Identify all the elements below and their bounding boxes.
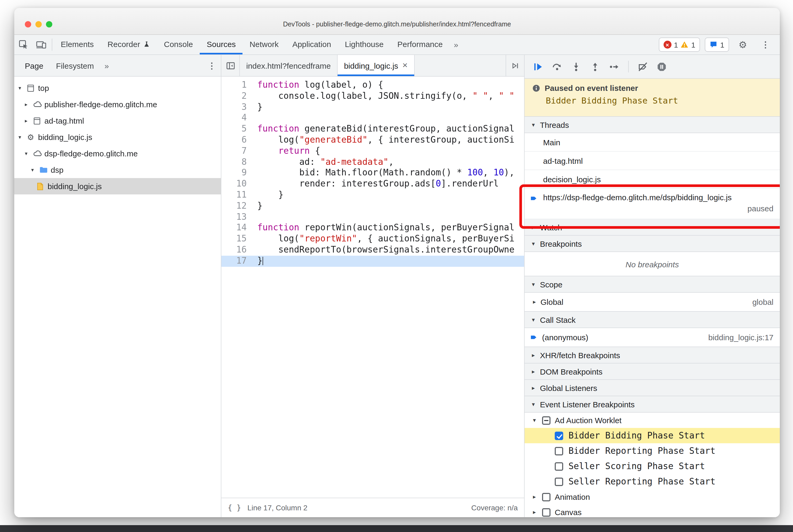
deactivate-breakpoints-icon[interactable] bbox=[638, 61, 648, 72]
code-line[interactable]: 16 sendReportTo(browserSignals.interestG… bbox=[221, 245, 524, 256]
tab-application[interactable]: Application bbox=[286, 35, 338, 54]
elb-seller-scoring-phase-start[interactable]: Seller Scoring Phase Start bbox=[525, 459, 780, 474]
device-toolbar-icon[interactable] bbox=[32, 35, 50, 54]
tab-lighthouse[interactable]: Lighthouse bbox=[338, 35, 391, 54]
tree-item-dsp-origin[interactable]: dsp-fledge-demo.glitch.me bbox=[14, 145, 221, 162]
line-number[interactable]: 13 bbox=[221, 212, 252, 223]
code-line[interactable]: 2 console.log(label, JSON.stringify(o, "… bbox=[221, 91, 524, 102]
code-line[interactable]: 3} bbox=[221, 102, 524, 113]
expander-icon[interactable] bbox=[23, 118, 30, 124]
code-line[interactable]: 11 } bbox=[221, 190, 524, 201]
tree-item-top[interactable]: top bbox=[14, 80, 221, 96]
line-number[interactable]: 7 bbox=[221, 146, 252, 157]
close-tab-icon[interactable] bbox=[402, 60, 408, 71]
expander-icon[interactable] bbox=[531, 493, 538, 500]
code-line[interactable]: 7 return { bbox=[221, 146, 524, 157]
minimize-window-button[interactable] bbox=[35, 21, 42, 27]
code-line[interactable]: 6 log("generateBid", { interestGroup, au… bbox=[221, 135, 524, 146]
elb-bidder-reporting-phase-start[interactable]: Bidder Reporting Phase Start bbox=[525, 443, 780, 459]
elb-bidder-bidding-phase-start[interactable]: Bidder Bidding Phase Start bbox=[525, 428, 780, 443]
tree-item-publisher-origin[interactable]: publisher-fledge-demo.glitch.me bbox=[14, 96, 221, 113]
editor-tab-bidding-logic[interactable]: bidding_logic.js bbox=[338, 55, 414, 76]
line-number[interactable]: 17 bbox=[221, 256, 252, 267]
thread-main[interactable]: Main bbox=[525, 133, 780, 152]
section-event-listener-breakpoints[interactable]: Event Listener Breakpoints bbox=[525, 396, 780, 413]
line-number[interactable]: 5 bbox=[221, 124, 252, 135]
line-number[interactable]: 8 bbox=[221, 157, 252, 168]
section-call-stack[interactable]: Call Stack bbox=[525, 311, 780, 328]
step-icon[interactable] bbox=[609, 61, 619, 72]
tab-recorder[interactable]: Recorder bbox=[101, 35, 157, 54]
editor-tab-index-html[interactable]: index.html?fencedframe bbox=[240, 55, 338, 76]
pause-on-exceptions-icon[interactable] bbox=[657, 61, 667, 72]
navigator-kebab-icon[interactable] bbox=[203, 60, 221, 71]
line-number[interactable]: 3 bbox=[221, 102, 252, 113]
line-number[interactable]: 12 bbox=[221, 201, 252, 212]
more-panels-icon[interactable]: » bbox=[450, 35, 462, 54]
step-out-icon[interactable] bbox=[590, 61, 600, 72]
code-line[interactable]: 8 ad: "ad-metadata", bbox=[221, 157, 524, 168]
expander-icon[interactable] bbox=[23, 101, 30, 107]
call-stack-frame[interactable]: (anonymous) bidding_logic.js:17 bbox=[525, 328, 780, 347]
zoom-window-button[interactable] bbox=[46, 21, 52, 27]
checkbox-checked[interactable] bbox=[555, 431, 563, 440]
resume-script-icon[interactable] bbox=[533, 61, 543, 72]
code-line[interactable]: 4 bbox=[221, 113, 524, 124]
section-dom-breakpoints[interactable]: DOM Breakpoints bbox=[525, 363, 780, 380]
inspect-icon[interactable] bbox=[14, 35, 32, 54]
code-line[interactable]: 15 log("reportWin", { auctionSignals, pe… bbox=[221, 233, 524, 245]
code-line[interactable]: 13 bbox=[221, 212, 524, 223]
tree-item-ad-tag[interactable]: ad-tag.html bbox=[14, 113, 221, 129]
checkbox-unchecked[interactable] bbox=[555, 447, 563, 455]
line-number[interactable]: 16 bbox=[221, 245, 252, 256]
code-line[interactable]: 1function log(label, o) { bbox=[221, 80, 524, 91]
line-number[interactable]: 10 bbox=[221, 178, 252, 190]
line-number[interactable]: 4 bbox=[221, 113, 252, 124]
line-number[interactable]: 11 bbox=[221, 190, 252, 201]
toggle-navigator-icon[interactable] bbox=[221, 55, 240, 76]
section-global-listeners[interactable]: Global Listeners bbox=[525, 379, 780, 396]
line-number[interactable]: 2 bbox=[221, 91, 252, 102]
tab-performance[interactable]: Performance bbox=[391, 35, 450, 54]
line-number[interactable]: 9 bbox=[221, 168, 252, 179]
code-line[interactable]: 5function generateBid(interestGroup, auc… bbox=[221, 124, 524, 135]
thread-bidding-logic-current[interactable]: https://dsp-fledge-demo.glitch.me/dsp/bi… bbox=[525, 189, 780, 219]
step-over-icon[interactable] bbox=[552, 61, 562, 72]
code-line[interactable]: 14function reportWin(auctionSignals, per… bbox=[221, 223, 524, 234]
elb-category-canvas[interactable]: Canvas bbox=[525, 505, 780, 517]
settings-icon[interactable] bbox=[734, 39, 752, 51]
next-editor-icon[interactable] bbox=[506, 55, 524, 76]
tab-network[interactable]: Network bbox=[243, 35, 286, 54]
tree-item-worklet[interactable]: ⚙ bidding_logic.js bbox=[14, 129, 221, 145]
checkbox-indeterminate[interactable] bbox=[542, 416, 550, 424]
tab-filesystem[interactable]: Filesystem bbox=[50, 55, 100, 76]
elb-category-animation[interactable]: Animation bbox=[525, 489, 780, 505]
section-scope[interactable]: Scope bbox=[525, 276, 780, 293]
code-line[interactable]: 12} bbox=[221, 201, 524, 212]
checkbox-unchecked[interactable] bbox=[555, 462, 563, 471]
checkbox-unchecked[interactable] bbox=[555, 477, 563, 486]
more-navigator-tabs-icon[interactable]: » bbox=[100, 61, 113, 70]
section-breakpoints[interactable]: Breakpoints bbox=[525, 235, 780, 252]
errors-warnings-badge[interactable]: 1 1 bbox=[659, 38, 700, 52]
line-number[interactable]: 15 bbox=[221, 233, 252, 245]
section-watch[interactable]: Watch bbox=[525, 219, 780, 235]
tab-sources[interactable]: Sources bbox=[200, 35, 243, 54]
close-window-button[interactable] bbox=[25, 21, 31, 27]
expander-icon[interactable] bbox=[16, 134, 23, 140]
code-line[interactable]: 17} bbox=[221, 256, 524, 267]
scope-global-row[interactable]: Global global bbox=[525, 293, 780, 312]
code-editor[interactable]: 1function log(label, o) {2 console.log(l… bbox=[221, 77, 524, 498]
tab-elements[interactable]: Elements bbox=[54, 35, 101, 54]
line-number[interactable]: 14 bbox=[221, 223, 252, 234]
tree-item-bidding-logic-file[interactable]: bidding_logic.js bbox=[14, 178, 221, 194]
pretty-print-icon[interactable] bbox=[228, 504, 241, 512]
expander-icon[interactable] bbox=[531, 417, 538, 424]
tab-page[interactable]: Page bbox=[18, 55, 50, 76]
line-number[interactable]: 6 bbox=[221, 135, 252, 146]
expander-icon[interactable] bbox=[16, 85, 23, 91]
checkbox-unchecked[interactable] bbox=[542, 508, 550, 516]
issues-badge[interactable]: 1 bbox=[705, 38, 729, 52]
expander-icon[interactable] bbox=[531, 299, 538, 305]
line-number[interactable]: 1 bbox=[221, 80, 252, 91]
